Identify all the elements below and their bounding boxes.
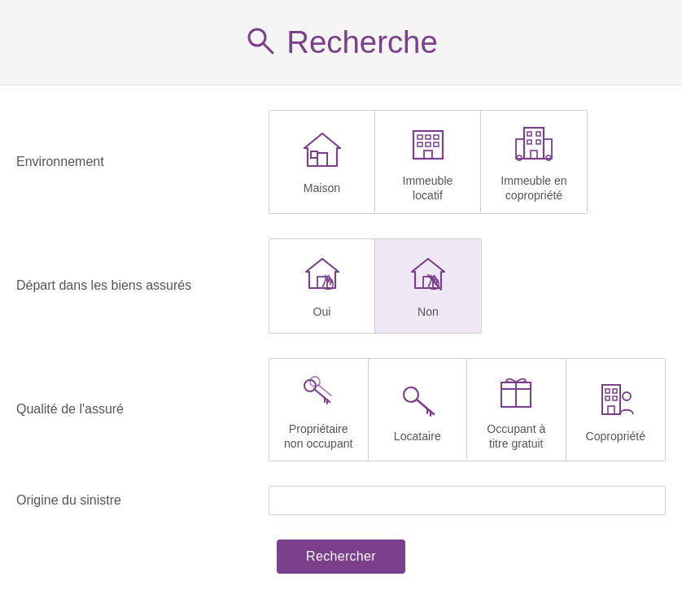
svg-marker-2 [304,133,340,166]
building-people-icon [594,378,636,421]
svg-rect-9 [426,135,431,139]
depart-options: Oui Non [269,238,482,334]
depart-label: Départ dans les biens assurés [16,278,269,293]
svg-rect-46 [605,396,610,400]
proprio-non-occupant-label: Propriétairenon occupant [284,422,353,452]
svg-rect-45 [613,389,617,393]
key-icon [396,378,439,421]
option-immeuble-copropriete[interactable]: Immeuble encopropriété [481,111,587,213]
copropriete-label: Copropriété [585,429,645,443]
gift-icon [495,371,537,413]
option-immeuble-locatif[interactable]: Immeublelocatif [375,111,481,213]
option-maison[interactable]: Maison [269,111,375,213]
origine-row: Origine du sinistre [16,478,666,523]
svg-rect-13 [434,142,439,146]
origine-input[interactable] [269,486,666,515]
option-occupant-gratuit[interactable]: Occupant àtitre gratuit [467,359,566,461]
immeuble-copropriete-label: Immeuble encopropriété [501,173,566,203]
svg-rect-8 [418,135,422,139]
maison-label: Maison [304,181,340,195]
environnement-options: Maison [269,110,588,214]
option-oui[interactable]: Oui [269,239,375,333]
main-content: Environnement Maison [0,85,682,598]
svg-marker-27 [412,259,444,288]
locataire-label: Locataire [394,429,441,443]
svg-rect-11 [418,142,422,146]
environnement-row: Environnement Maison [16,102,666,222]
svg-rect-22 [531,151,537,159]
house-fire-no-icon [407,254,449,296]
svg-rect-4 [311,151,317,158]
house-fire-icon [301,254,343,296]
svg-rect-19 [536,132,540,136]
svg-point-49 [623,392,631,400]
oui-label: Oui [313,304,331,319]
condo-icon [513,123,555,165]
qualite-options: Propriétairenon occupant Locataire [269,358,666,462]
origine-label: Origine du sinistre [16,493,269,508]
svg-marker-25 [306,259,339,288]
page-title: Recherche [286,24,438,60]
svg-rect-10 [434,135,439,139]
qualite-label: Qualité de l'assuré [16,402,269,417]
svg-rect-3 [317,153,327,166]
option-copropriete[interactable]: Copropriété [566,359,665,461]
house-icon [301,130,343,173]
svg-rect-14 [424,151,432,159]
apartment-icon [407,123,449,165]
non-label: Non [418,304,439,319]
svg-rect-21 [536,140,540,144]
option-proprio-non-occupant[interactable]: Propriétairenon occupant [269,359,369,461]
environnement-label: Environnement [16,155,269,169]
option-non[interactable]: Non [375,239,481,333]
depart-row: Départ dans les biens assurés Oui [16,230,666,342]
rechercher-button[interactable]: Rechercher [277,540,405,574]
svg-rect-48 [608,406,614,414]
search-icon [244,24,277,60]
svg-rect-44 [605,389,610,393]
option-locataire[interactable]: Locataire [369,359,468,461]
svg-point-24 [546,155,551,160]
occupant-gratuit-label: Occupant àtitre gratuit [487,422,545,452]
qualite-row: Qualité de l'assuré Propriét [16,350,666,470]
svg-rect-12 [426,142,431,146]
svg-point-23 [517,155,522,160]
svg-rect-47 [613,396,617,400]
svg-rect-20 [527,140,531,144]
page-header: Recherche [0,0,682,85]
svg-rect-18 [527,132,531,136]
immeuble-locatif-label: Immeublelocatif [403,173,453,203]
keys-many-icon [297,371,339,413]
svg-line-1 [264,44,273,54]
